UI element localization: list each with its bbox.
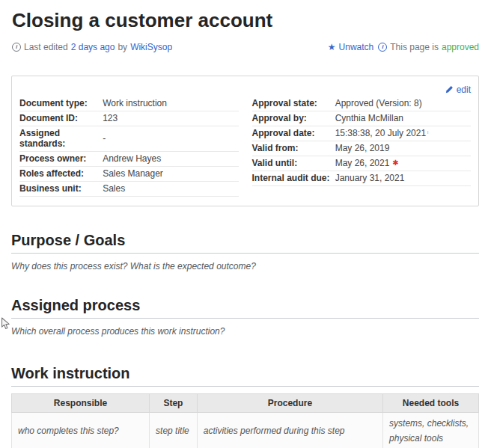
edit-pencil-icon [445, 85, 454, 93]
table-header-row: Responsible Step Procedure Needed tools [12, 394, 479, 413]
table-row: who completes this step? step title acti… [12, 413, 479, 448]
approved-status-link[interactable]: approved [442, 42, 479, 52]
last-edited-info: i Last edited 2 days ago by WikiSysop [12, 42, 172, 52]
column-header-needed-tools: Needed tools [383, 394, 479, 413]
cell-step: step title [150, 413, 198, 448]
info-row-assigned-standards: Assigned standards: - [19, 126, 239, 152]
info-icon: i [12, 43, 21, 52]
info-row-business-unit: Business unit: Sales [19, 182, 239, 197]
cell-needed-tools: systems, checklists, physical tools [383, 413, 479, 448]
edit-label: edit [457, 85, 471, 95]
info-row-valid-until: Valid until: May 26, 2021 ✱ [252, 156, 472, 171]
info-row-approval-by: Approval by: Cynthia McMillan [252, 111, 472, 126]
page-title: Closing a customer account [12, 9, 479, 32]
section-heading-purpose-goals: Purpose / Goals [11, 232, 479, 254]
timestamp-mark-icon: ˡ [427, 130, 428, 137]
unwatch-label: Unwatch [339, 42, 374, 52]
purpose-placeholder-text: Why does this process exist? What is the… [11, 261, 479, 271]
info-row-document-type: Document type: Work instruction [19, 96, 239, 111]
info-row-roles-affected: Roles affected: Sales Manager [19, 167, 239, 182]
star-icon: ★ [328, 43, 336, 52]
cell-procedure: activities performed during this step [197, 413, 382, 448]
unwatch-button[interactable]: ★ Unwatch [328, 42, 373, 52]
assigned-process-placeholder-text: Which overall process produces this work… [11, 326, 479, 337]
editor-user-link[interactable]: WikiSysop [130, 42, 172, 52]
cell-responsible: who completes this step? [12, 413, 150, 448]
edit-button[interactable]: edit [445, 85, 471, 95]
column-header-responsible: Responsible [12, 394, 150, 413]
column-header-procedure: Procedure [197, 394, 382, 413]
info-row-approval-state: Approval state: Approved (Version: 8) [252, 96, 472, 111]
approver-user-link[interactable]: Cynthia McMillan [335, 113, 403, 123]
column-header-step: Step [150, 394, 198, 413]
info-row-process-owner: Process owner: Andrew Hayes [19, 152, 239, 167]
infobox-left-column: Document type: Work instruction Document… [19, 96, 239, 197]
infobox-right-column: Approval state: Approved (Version: 8) Ap… [252, 96, 472, 197]
page-meta-bar: i Last edited 2 days ago by WikiSysop ★ … [12, 42, 479, 52]
expired-icon: ✱ [392, 159, 398, 167]
work-instruction-table: Responsible Step Procedure Needed tools … [11, 393, 479, 448]
approval-info-icon: i [378, 43, 387, 52]
section-heading-work-instruction: Work instruction [11, 365, 479, 387]
info-row-document-id: Document ID: 123 [19, 111, 239, 126]
mouse-cursor-icon [1, 317, 11, 331]
info-row-internal-audit-due: Internal audit due: January 31, 2021 [252, 171, 472, 186]
last-edited-label: Last edited [24, 42, 68, 52]
section-heading-assigned-process: Assigned process [11, 297, 479, 319]
by-label: by [118, 42, 127, 52]
document-infobox: edit Document type: Work instruction Doc… [11, 76, 479, 206]
last-edited-time-link[interactable]: 2 days ago [71, 42, 115, 52]
info-row-valid-from: Valid from: May 26, 2019 [252, 141, 472, 156]
approval-status-prefix: This page is [390, 42, 439, 52]
info-row-approval-date: Approval date: 15:38:38, 20 July 2021 ˡ [252, 126, 472, 141]
roles-affected-link[interactable]: Sales Manager [103, 168, 163, 179]
